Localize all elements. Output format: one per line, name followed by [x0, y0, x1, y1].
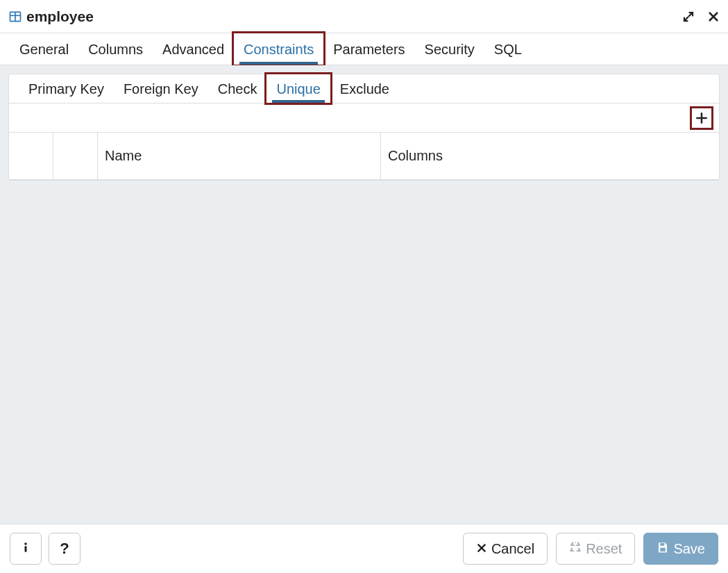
close-icon[interactable]	[707, 10, 720, 23]
help-button[interactable]: ?	[49, 533, 81, 565]
grid-header-name: Name	[98, 133, 381, 179]
grid-toolbar	[9, 103, 719, 133]
dialog-title: employee	[26, 8, 94, 25]
grid-header-columns: Columns	[381, 133, 719, 179]
cancel-button[interactable]: Cancel	[463, 533, 548, 565]
save-icon	[657, 541, 669, 557]
tab-general[interactable]: General	[10, 33, 78, 65]
maximize-icon[interactable]	[682, 10, 695, 23]
cancel-label: Cancel	[491, 541, 534, 557]
tab-constraints[interactable]: Constraints	[234, 33, 323, 65]
reset-button[interactable]: Reset	[556, 533, 635, 565]
info-icon	[19, 540, 33, 558]
grid-header: Name Columns	[9, 133, 719, 180]
dialog: employee General Columns Advanced	[0, 0, 728, 573]
highlight-add-button	[690, 106, 713, 130]
svg-point-9	[24, 542, 27, 545]
grid-header-action-a	[9, 133, 53, 179]
info-button[interactable]	[10, 533, 42, 565]
grid-header-action-b	[53, 133, 98, 179]
footer-left: ?	[10, 533, 81, 565]
subtab-primary-key[interactable]: Primary Key	[19, 74, 114, 103]
subtab-unique[interactable]: Unique	[266, 74, 330, 103]
svg-rect-15	[661, 547, 666, 551]
reset-label: Reset	[586, 541, 622, 557]
main-tabs: General Columns Advanced Constraints Par…	[0, 33, 728, 65]
highlight-constraints-tab: Constraints	[232, 31, 325, 67]
tab-advanced[interactable]: Advanced	[153, 33, 234, 65]
footer-right: Cancel Reset	[463, 533, 718, 565]
title-right	[682, 10, 720, 23]
help-icon: ?	[60, 540, 69, 558]
tab-parameters[interactable]: Parameters	[323, 33, 414, 65]
svg-rect-10	[25, 546, 27, 551]
content-area: Primary Key Foreign Key Check Unique Exc…	[0, 65, 728, 524]
constraints-panel: Primary Key Foreign Key Check Unique Exc…	[8, 74, 720, 181]
subtab-check[interactable]: Check	[208, 74, 267, 103]
tab-sql[interactable]: SQL	[484, 33, 532, 65]
subtab-foreign-key[interactable]: Foreign Key	[114, 74, 208, 103]
add-row-button[interactable]	[692, 108, 711, 128]
constraint-sub-tabs: Primary Key Foreign Key Check Unique Exc…	[9, 74, 719, 103]
save-button[interactable]: Save	[643, 533, 718, 565]
svg-rect-14	[661, 543, 665, 546]
save-label: Save	[673, 541, 705, 557]
highlight-unique-subtab: Unique	[264, 72, 332, 105]
subtab-exclude[interactable]: Exclude	[330, 74, 399, 103]
close-icon	[476, 541, 487, 557]
footer: ? Cancel	[0, 524, 728, 573]
title-left: employee	[8, 8, 94, 25]
title-bar: employee	[0, 0, 728, 33]
tab-security[interactable]: Security	[415, 33, 484, 65]
recycle-icon	[569, 541, 582, 557]
table-icon	[8, 10, 22, 24]
tab-columns[interactable]: Columns	[78, 33, 153, 65]
